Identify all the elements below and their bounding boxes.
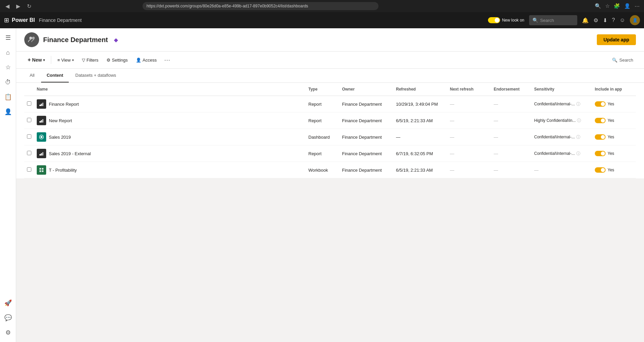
sidebar-workspace-icon[interactable]: 🚀 (1, 296, 15, 310)
col-header-checkbox (24, 83, 34, 96)
extension-icon[interactable]: 🧩 (613, 2, 621, 10)
plus-icon: + (28, 57, 31, 63)
settings-button[interactable]: ⚙ Settings (103, 56, 131, 65)
row-include: Yes (592, 162, 636, 178)
svg-rect-11 (41, 153, 42, 156)
more-icon[interactable]: ⋯ (634, 2, 641, 10)
info-icon[interactable]: ⓘ (577, 118, 581, 124)
include-toggle[interactable] (595, 151, 606, 156)
row-checkbox[interactable] (24, 162, 34, 178)
row-sensitivity: Highly Confidential\In...ⓘ (531, 112, 592, 129)
checkbox-input[interactable] (27, 101, 31, 106)
feedback-icon[interactable]: ☺ (620, 17, 625, 23)
item-name[interactable]: New Report (49, 118, 72, 123)
star-icon[interactable]: ☆ (604, 2, 611, 10)
row-refreshed: 6/5/19, 2:21:33 AM (393, 112, 447, 129)
checkbox-input[interactable] (27, 167, 31, 172)
toolbar-separator-1 (51, 56, 51, 64)
sidebar-home-icon[interactable]: ⌂ (1, 46, 15, 59)
toggle-yes-cell: Yes (595, 101, 633, 107)
sidebar-shared-icon[interactable]: 👤 (1, 105, 15, 118)
checkbox-input[interactable] (27, 134, 31, 139)
item-name[interactable]: Sales 2019 (49, 135, 71, 140)
notification-icon[interactable]: 🔔 (582, 17, 589, 24)
access-button[interactable]: 👤 Access (132, 56, 160, 65)
include-toggle[interactable] (595, 167, 606, 173)
svg-rect-2 (39, 105, 41, 106)
info-icon[interactable]: ⓘ (576, 134, 580, 140)
yes-label: Yes (608, 102, 614, 106)
row-name-cell: Sales 2019 (34, 129, 306, 145)
checkbox-input[interactable] (27, 118, 31, 122)
new-look-toggle[interactable]: New look on (488, 17, 524, 23)
include-toggle[interactable] (595, 118, 606, 123)
search-label: Search (619, 58, 633, 63)
view-button[interactable]: ≡ View ▾ (54, 56, 77, 65)
new-label: New (32, 57, 42, 63)
tabs-area: All Content Datasets + dataflows (16, 69, 644, 83)
new-button[interactable]: + New ▾ (24, 55, 48, 65)
help-icon[interactable]: ? (612, 17, 615, 23)
info-icon[interactable]: ⓘ (576, 151, 580, 157)
update-app-button[interactable]: Update app (597, 34, 636, 45)
back-button[interactable]: ◀ (3, 2, 11, 11)
checkbox-input[interactable] (27, 151, 31, 155)
yes-label: Yes (608, 118, 614, 123)
content-table: Name Type Owner Refreshed Next refresh E… (24, 83, 636, 178)
sidebar-chat-icon[interactable]: 💬 (1, 311, 15, 324)
item-name[interactable]: Sales 2019 - External (49, 151, 91, 156)
settings-icon[interactable]: ⚙ (593, 17, 598, 24)
info-icon[interactable]: ⓘ (576, 101, 580, 107)
item-icon (37, 149, 46, 158)
item-name[interactable]: Finance Report (49, 102, 79, 107)
profile-icon[interactable]: 👤 (623, 2, 632, 10)
user-avatar[interactable]: 👤 (630, 15, 640, 25)
access-label: Access (143, 58, 157, 63)
url-text: https://dxt.powerbi.com/groups/80e26d0a-… (147, 4, 308, 8)
tab-all[interactable]: All (24, 69, 40, 82)
row-checkbox[interactable] (24, 145, 34, 162)
col-header-next-refresh[interactable]: Next refresh (447, 83, 491, 96)
col-header-sensitivity[interactable]: Sensitivity (531, 83, 592, 96)
row-next-refresh: — (447, 162, 491, 178)
row-owner: Finance Department (339, 112, 393, 129)
zoom-icon[interactable]: 🔍 (594, 2, 602, 10)
topnav-search[interactable]: 🔍 (529, 15, 577, 25)
col-header-owner[interactable]: Owner (339, 83, 393, 96)
row-include: Yes (592, 96, 636, 112)
sidebar-favorites-icon[interactable]: ☆ (1, 61, 15, 74)
col-header-type[interactable]: Type (306, 83, 339, 96)
tab-content[interactable]: Content (41, 69, 68, 82)
include-toggle[interactable] (595, 134, 606, 140)
forward-button[interactable]: ▶ (14, 2, 22, 11)
search-icon: 🔍 (612, 58, 617, 63)
col-header-refreshed[interactable]: Refreshed (393, 83, 447, 96)
sidebar-apps-icon[interactable]: 📋 (1, 90, 15, 104)
row-checkbox[interactable] (24, 129, 34, 145)
search-input[interactable] (540, 18, 574, 23)
col-header-include[interactable]: Include in app (592, 83, 636, 96)
row-type: Report (306, 145, 339, 162)
more-options-button[interactable]: ⋯ (161, 54, 173, 66)
grid-icon[interactable]: ⊞ (4, 16, 9, 24)
url-bar[interactable]: https://dxt.powerbi.com/groups/80e26d0a-… (143, 2, 378, 10)
sensitivity-text: Confidential\Internal-... (534, 102, 575, 106)
download-icon[interactable]: ⬇ (603, 17, 607, 24)
new-look-label: New look on (502, 18, 524, 23)
col-header-name[interactable]: Name (34, 83, 306, 96)
row-owner: Finance Department (339, 145, 393, 162)
sidebar-menu-icon[interactable]: ☰ (1, 31, 15, 44)
include-toggle[interactable] (595, 101, 606, 107)
sidebar-recent-icon[interactable]: ⏱ (1, 75, 15, 89)
item-name[interactable]: T - Profitability (49, 168, 77, 173)
tab-datasets[interactable]: Datasets + dataflows (70, 69, 122, 82)
col-header-endorsement[interactable]: Endorsement (491, 83, 531, 96)
row-checkbox[interactable] (24, 96, 34, 112)
row-endorsement: — (491, 145, 531, 162)
refresh-button[interactable]: ↻ (25, 2, 33, 11)
new-look-switch[interactable] (488, 17, 500, 23)
filters-button[interactable]: ▽ Filters (79, 56, 102, 65)
search-button[interactable]: 🔍 Search (609, 56, 636, 65)
row-checkbox[interactable] (24, 112, 34, 129)
sidebar-learn-icon[interactable]: ⚙ (1, 326, 15, 339)
